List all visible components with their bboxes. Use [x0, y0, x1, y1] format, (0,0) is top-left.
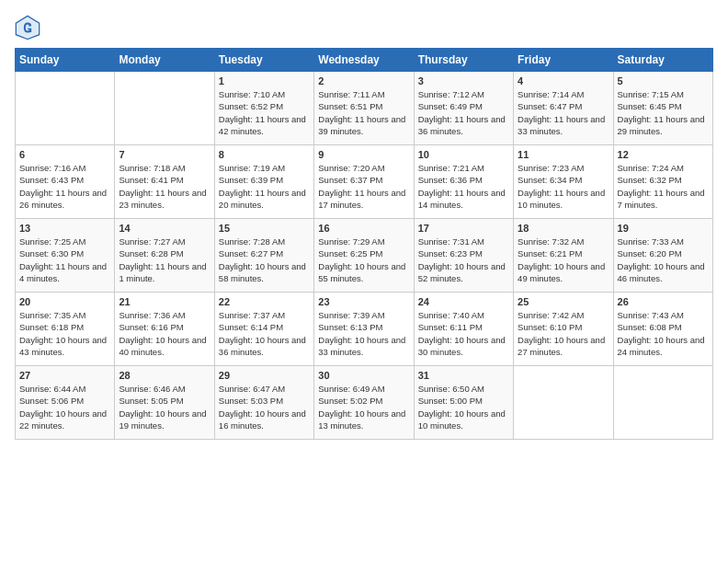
day-number: 19 [618, 223, 709, 234]
day-info: Sunrise: 6:47 AM Sunset: 5:03 PM Dayligh… [219, 383, 310, 431]
day-info: Sunrise: 7:29 AM Sunset: 6:25 PM Dayligh… [318, 236, 409, 284]
day-header-monday: Monday [115, 49, 214, 72]
day-header-thursday: Thursday [414, 49, 513, 72]
calendar-cell: 18Sunrise: 7:32 AM Sunset: 6:21 PM Dayli… [514, 219, 613, 293]
calendar-cell: 13Sunrise: 7:25 AM Sunset: 6:30 PM Dayli… [16, 219, 115, 293]
logo-icon [15, 15, 40, 40]
day-info: Sunrise: 7:27 AM Sunset: 6:28 PM Dayligh… [119, 236, 210, 284]
day-info: Sunrise: 7:11 AM Sunset: 6:51 PM Dayligh… [318, 88, 409, 137]
calendar-table: SundayMondayTuesdayWednesdayThursdayFrid… [15, 48, 713, 440]
day-info: Sunrise: 7:16 AM Sunset: 6:43 PM Dayligh… [19, 162, 110, 211]
day-number: 12 [618, 149, 709, 160]
calendar-cell: 22Sunrise: 7:37 AM Sunset: 6:14 PM Dayli… [214, 293, 313, 366]
day-number: 26 [618, 296, 709, 307]
day-info: Sunrise: 6:46 AM Sunset: 5:05 PM Dayligh… [119, 383, 210, 431]
day-info: Sunrise: 6:50 AM Sunset: 5:00 PM Dayligh… [418, 383, 509, 431]
day-info: Sunrise: 7:33 AM Sunset: 6:20 PM Dayligh… [618, 236, 709, 284]
day-number: 1 [219, 75, 310, 86]
calendar-cell: 19Sunrise: 7:33 AM Sunset: 6:20 PM Dayli… [613, 219, 712, 293]
day-header-tuesday: Tuesday [214, 49, 313, 72]
day-header-wednesday: Wednesday [314, 49, 414, 72]
day-info: Sunrise: 7:23 AM Sunset: 6:34 PM Dayligh… [518, 162, 609, 211]
calendar-cell: 30Sunrise: 6:49 AM Sunset: 5:02 PM Dayli… [314, 366, 414, 440]
calendar-cell: 24Sunrise: 7:40 AM Sunset: 6:11 PM Dayli… [414, 293, 513, 366]
calendar-week-2: 6Sunrise: 7:16 AM Sunset: 6:43 PM Daylig… [16, 145, 713, 219]
day-info: Sunrise: 7:31 AM Sunset: 6:23 PM Dayligh… [418, 236, 509, 284]
day-number: 20 [19, 296, 110, 307]
day-info: Sunrise: 7:37 AM Sunset: 6:14 PM Dayligh… [219, 309, 310, 358]
day-number: 18 [518, 223, 609, 234]
day-number: 14 [119, 223, 210, 234]
calendar-cell: 15Sunrise: 7:28 AM Sunset: 6:27 PM Dayli… [214, 219, 313, 293]
calendar-week-1: 1Sunrise: 7:10 AM Sunset: 6:52 PM Daylig… [16, 72, 713, 145]
calendar-cell [115, 72, 214, 145]
calendar-cell: 8Sunrise: 7:19 AM Sunset: 6:39 PM Daylig… [214, 145, 313, 219]
day-info: Sunrise: 7:21 AM Sunset: 6:36 PM Dayligh… [418, 162, 509, 211]
calendar-cell: 4Sunrise: 7:14 AM Sunset: 6:47 PM Daylig… [514, 72, 613, 145]
day-info: Sunrise: 7:36 AM Sunset: 6:16 PM Dayligh… [119, 309, 210, 358]
calendar-cell [16, 72, 115, 145]
day-number: 10 [418, 149, 509, 160]
calendar-cell: 5Sunrise: 7:15 AM Sunset: 6:45 PM Daylig… [613, 72, 712, 145]
day-info: Sunrise: 7:18 AM Sunset: 6:41 PM Dayligh… [119, 162, 210, 211]
day-info: Sunrise: 7:43 AM Sunset: 6:08 PM Dayligh… [618, 309, 709, 358]
day-header-sunday: Sunday [16, 49, 115, 72]
calendar-cell: 27Sunrise: 6:44 AM Sunset: 5:06 PM Dayli… [16, 366, 115, 440]
calendar-cell: 1Sunrise: 7:10 AM Sunset: 6:52 PM Daylig… [214, 72, 313, 145]
day-info: Sunrise: 7:42 AM Sunset: 6:10 PM Dayligh… [518, 309, 609, 358]
day-info: Sunrise: 7:25 AM Sunset: 6:30 PM Dayligh… [19, 236, 110, 284]
day-number: 31 [418, 370, 509, 381]
day-info: Sunrise: 7:35 AM Sunset: 6:18 PM Dayligh… [19, 309, 110, 358]
calendar-cell: 7Sunrise: 7:18 AM Sunset: 6:41 PM Daylig… [115, 145, 214, 219]
calendar-cell: 2Sunrise: 7:11 AM Sunset: 6:51 PM Daylig… [314, 72, 414, 145]
day-info: Sunrise: 7:19 AM Sunset: 6:39 PM Dayligh… [219, 162, 310, 211]
calendar-week-5: 27Sunrise: 6:44 AM Sunset: 5:06 PM Dayli… [16, 366, 713, 440]
day-number: 11 [518, 149, 609, 160]
day-number: 15 [219, 223, 310, 234]
calendar-cell [514, 366, 613, 440]
day-info: Sunrise: 7:10 AM Sunset: 6:52 PM Dayligh… [219, 88, 310, 137]
day-info: Sunrise: 6:44 AM Sunset: 5:06 PM Dayligh… [19, 383, 110, 431]
day-info: Sunrise: 7:40 AM Sunset: 6:11 PM Dayligh… [418, 309, 509, 358]
day-number: 29 [219, 370, 310, 381]
day-info: Sunrise: 6:49 AM Sunset: 5:02 PM Dayligh… [318, 383, 409, 431]
day-number: 6 [19, 149, 110, 160]
day-number: 24 [418, 296, 509, 307]
calendar-week-4: 20Sunrise: 7:35 AM Sunset: 6:18 PM Dayli… [16, 293, 713, 366]
day-number: 3 [418, 75, 509, 86]
page-header [15, 15, 713, 40]
day-number: 9 [318, 149, 409, 160]
calendar-cell: 25Sunrise: 7:42 AM Sunset: 6:10 PM Dayli… [514, 293, 613, 366]
calendar-cell: 16Sunrise: 7:29 AM Sunset: 6:25 PM Dayli… [314, 219, 414, 293]
day-info: Sunrise: 7:32 AM Sunset: 6:21 PM Dayligh… [518, 236, 609, 284]
day-number: 21 [119, 296, 210, 307]
day-header-friday: Friday [514, 49, 613, 72]
day-info: Sunrise: 7:15 AM Sunset: 6:45 PM Dayligh… [618, 88, 709, 137]
logo [15, 15, 44, 40]
calendar-cell: 9Sunrise: 7:20 AM Sunset: 6:37 PM Daylig… [314, 145, 414, 219]
day-number: 8 [219, 149, 310, 160]
day-header-saturday: Saturday [613, 49, 712, 72]
day-info: Sunrise: 7:28 AM Sunset: 6:27 PM Dayligh… [219, 236, 310, 284]
calendar-cell: 29Sunrise: 6:47 AM Sunset: 5:03 PM Dayli… [214, 366, 313, 440]
day-info: Sunrise: 7:24 AM Sunset: 6:32 PM Dayligh… [618, 162, 709, 211]
day-number: 5 [618, 75, 709, 86]
calendar-cell: 12Sunrise: 7:24 AM Sunset: 6:32 PM Dayli… [613, 145, 712, 219]
calendar-cell: 11Sunrise: 7:23 AM Sunset: 6:34 PM Dayli… [514, 145, 613, 219]
calendar-cell: 28Sunrise: 6:46 AM Sunset: 5:05 PM Dayli… [115, 366, 214, 440]
header-row: SundayMondayTuesdayWednesdayThursdayFrid… [16, 49, 713, 72]
day-number: 16 [318, 223, 409, 234]
day-number: 4 [518, 75, 609, 86]
day-number: 25 [518, 296, 609, 307]
day-number: 23 [318, 296, 409, 307]
day-info: Sunrise: 7:39 AM Sunset: 6:13 PM Dayligh… [318, 309, 409, 358]
day-number: 17 [418, 223, 509, 234]
calendar-cell: 17Sunrise: 7:31 AM Sunset: 6:23 PM Dayli… [414, 219, 513, 293]
calendar-cell: 3Sunrise: 7:12 AM Sunset: 6:49 PM Daylig… [414, 72, 513, 145]
calendar-cell: 14Sunrise: 7:27 AM Sunset: 6:28 PM Dayli… [115, 219, 214, 293]
day-number: 27 [19, 370, 110, 381]
day-info: Sunrise: 7:12 AM Sunset: 6:49 PM Dayligh… [418, 88, 509, 137]
day-number: 2 [318, 75, 409, 86]
calendar-cell: 6Sunrise: 7:16 AM Sunset: 6:43 PM Daylig… [16, 145, 115, 219]
day-number: 7 [119, 149, 210, 160]
